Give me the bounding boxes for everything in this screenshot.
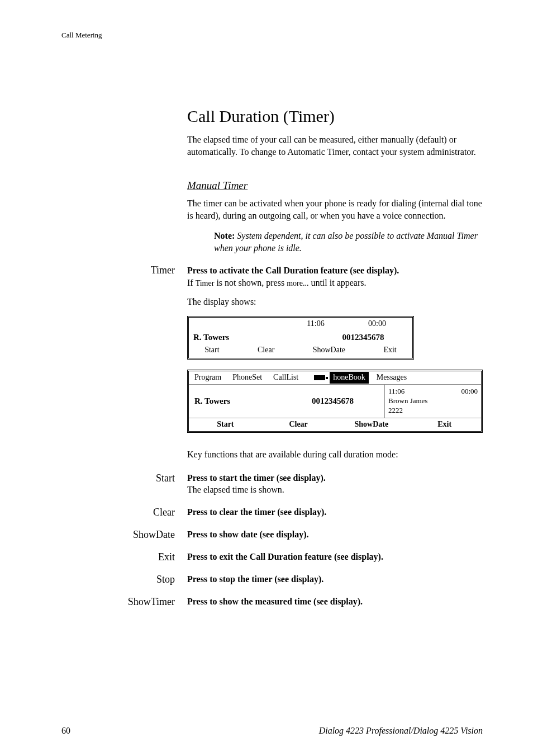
label-start: Start [61, 472, 187, 484]
display2-soft-showdate: ShowDate [335, 419, 408, 430]
fn-clear-strong: Press to clear the timer (see display). [187, 507, 326, 517]
display2-side-name: Brown James [388, 396, 478, 406]
tab-calllist: CallList [270, 371, 302, 384]
fn-showdate-strong: Press to show date (see display). [187, 530, 308, 539]
label-timer: Timer [61, 264, 187, 276]
display1-number: 0012345678 [318, 332, 408, 343]
timer-action: Press to activate the Call Duration feat… [187, 266, 399, 275]
intro-paragraph: The elapsed time of your call can be mea… [187, 134, 483, 158]
display1-soft-exit: Exit [383, 345, 396, 356]
page-title: Call Duration (Timer) [187, 107, 483, 126]
display1-soft-start: Start [204, 345, 219, 356]
fn-start-extra: The elapsed time is shown. [187, 485, 284, 494]
label-stop: Stop [61, 573, 187, 585]
fn-exit-strong: Press to exit the Call Duration feature … [187, 552, 383, 561]
display2-soft-start: Start [189, 419, 262, 430]
timer-line2: If Timer is not shown, press more... unt… [187, 278, 367, 287]
display1-time: 11:06 [285, 319, 346, 329]
tab-phonebook-active: honeBook [330, 372, 369, 384]
running-header: Call Metering [61, 31, 483, 40]
display2-side: 11:06 00:00 Brown James 2222 [384, 385, 481, 418]
display2-name: R. Towers [194, 395, 287, 407]
display2-side-num: 2222 [388, 406, 478, 415]
display1-soft-showdate: ShowDate [313, 345, 345, 356]
manual-timer-heading: Manual Timer [187, 179, 483, 192]
display2-soft-clear: Clear [262, 419, 335, 430]
display2-number: 0012345678 [287, 395, 379, 407]
display2-soft-exit: Exit [408, 419, 481, 430]
manual-timer-note: Note: System dependent, it can also be p… [214, 230, 483, 254]
label-exit: Exit [61, 551, 187, 563]
display-shows-label: The display shows: [187, 296, 483, 308]
display2-side-time: 11:06 [388, 387, 461, 396]
page-number: 60 [61, 726, 70, 736]
tab-messages: Messages [373, 371, 410, 384]
display1-name: R. Towers [193, 332, 318, 343]
tab-highlight-icon [314, 375, 325, 380]
display2-side-elapsed: 00:00 [461, 387, 478, 396]
fn-start-strong: Press to start the timer (see display). [187, 473, 326, 483]
phone-display-large: Program PhoneSet CallList honeBook Messa… [187, 370, 483, 432]
note-label: Note: [214, 231, 235, 240]
tab-program: Program [191, 371, 225, 384]
fn-showtimer-strong: Press to show the measured time (see dis… [187, 597, 363, 606]
keyfns-intro: Key functions that are available during … [187, 448, 483, 461]
fn-stop-strong: Press to stop the timer (see display). [187, 574, 323, 584]
label-showtimer: ShowTimer [61, 596, 187, 608]
phone-display-small: 11:06 00:00 R. Towers 0012345678 Start C… [187, 316, 414, 360]
display1-soft-clear: Clear [258, 345, 274, 356]
footer-title: Dialog 4223 Professional/Dialog 4225 Vis… [70, 726, 483, 736]
label-showdate: ShowDate [61, 528, 187, 541]
display1-elapsed: 00:00 [346, 319, 408, 329]
manual-timer-paragraph: The timer can be activated when your pho… [187, 197, 483, 222]
tab-phoneset: PhoneSet [229, 371, 265, 384]
label-clear: Clear [61, 506, 187, 518]
